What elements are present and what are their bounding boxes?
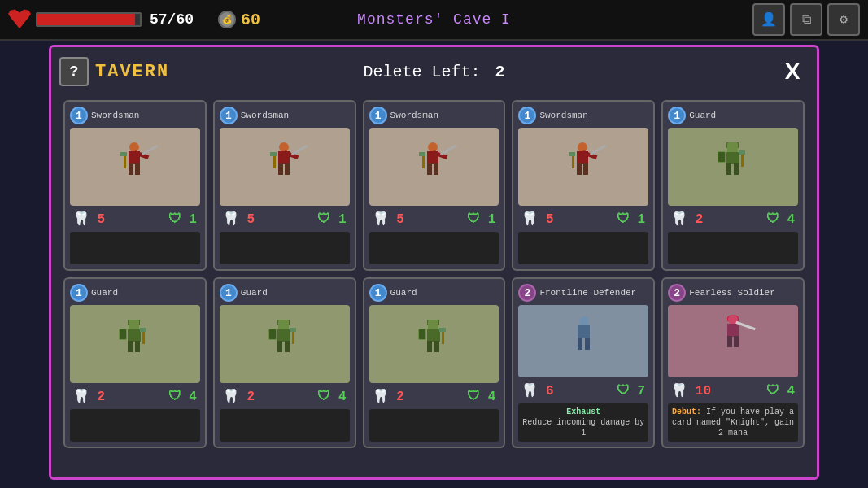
health-bar-container <box>36 12 142 27</box>
card-image <box>70 305 200 383</box>
card-attack: 🦷 6 <box>521 382 553 399</box>
card-4[interactable]: 1 Swordsman 🦷 5 🛡 1 <box>512 100 655 271</box>
tavern-title: TAVERN <box>95 62 169 82</box>
card-description: Exhaust Reduce incoming damage by 1 <box>518 403 648 442</box>
card-defense: 🛡 1 <box>317 211 346 227</box>
card-cost: 1 <box>70 107 88 124</box>
card-name: Swordsman <box>241 111 289 120</box>
card-defense: 🛡 4 <box>317 389 346 404</box>
card-image <box>518 305 648 377</box>
card-cost: 2 <box>668 284 686 302</box>
top-icons: 👤 ⧉ ⚙ <box>752 3 860 36</box>
card-cost: 1 <box>220 284 238 302</box>
card-10[interactable]: 2 Fearless Soldier 🦷 10 🛡 4 Debut: If yo… <box>661 277 805 448</box>
card-cost: 1 <box>70 284 88 302</box>
card-bottom-bar <box>220 409 350 442</box>
card-name: Guard <box>91 288 118 298</box>
card-image <box>668 305 798 377</box>
card-header: 2 Frontline Defender <box>518 284 648 302</box>
card-2[interactable]: 1 Swordsman 🦷 5 🛡 1 <box>213 100 356 271</box>
card-stats: 🦷 2 🛡 4 <box>369 386 499 406</box>
card-attack: 🦷 2 <box>373 388 404 404</box>
settings-button[interactable]: ⚙ <box>827 3 860 36</box>
card-cost: 1 <box>369 107 387 124</box>
card-5[interactable]: 1 Guard 🦷 2 🛡 4 <box>661 100 805 271</box>
card-defense: 🛡 4 <box>168 389 197 404</box>
delete-count: 2 <box>495 63 505 81</box>
card-stats: 🦷 5 🛡 1 <box>220 209 350 229</box>
card-attack: 🦷 5 <box>223 211 255 227</box>
card-image <box>668 128 798 206</box>
card-7[interactable]: 1 Guard 🦷 2 🛡 4 <box>213 277 356 448</box>
card-header: 1 Swordsman <box>518 107 648 124</box>
card-stats: 🦷 2 🛡 4 <box>668 209 798 229</box>
card-bottom-bar <box>220 232 350 264</box>
card-3[interactable]: 1 Swordsman 🦷 5 🛡 1 <box>363 100 506 271</box>
card-stats: 🦷 2 🛡 4 <box>70 386 200 406</box>
card-defense: 🛡 1 <box>168 211 197 227</box>
gold-icon: 💰 <box>218 11 236 28</box>
tavern-question-icon[interactable]: ? <box>59 57 89 86</box>
delete-left-label: Delete Left: 2 <box>363 63 504 81</box>
card-attack: 🦷 5 <box>73 211 105 227</box>
card-attack: 🦷 10 <box>671 382 711 399</box>
card-image <box>369 305 499 383</box>
card-cost: 2 <box>518 284 536 302</box>
card-stats: 🦷 6 🛡 7 <box>518 381 648 400</box>
card-bottom-bar <box>70 409 200 442</box>
card-attack: 🦷 5 <box>521 211 553 227</box>
card-image <box>518 128 648 206</box>
card-image <box>70 128 200 206</box>
card-cost: 1 <box>668 107 686 124</box>
tavern-header: ? TAVERN Delete Left: 2 X <box>59 55 809 88</box>
card-bottom-bar <box>518 232 648 264</box>
card-attack: 🦷 2 <box>671 211 703 227</box>
card-stats: 🦷 10 🛡 4 <box>668 381 798 400</box>
card-attack: 🦷 2 <box>73 388 105 404</box>
heart-icon <box>8 8 31 31</box>
card-name: Guard <box>689 111 716 120</box>
card-name: Guard <box>241 288 268 298</box>
close-button[interactable]: X <box>776 55 809 88</box>
card-name: Swordsman <box>91 111 139 120</box>
card-cost: 1 <box>518 107 536 124</box>
card-defense: 🛡 1 <box>617 211 645 227</box>
card-1[interactable]: 1 Swordsman 🦷 5 🛡 1 <box>63 100 207 271</box>
card-image <box>220 305 350 383</box>
card-defense: 🛡 4 <box>766 383 795 399</box>
card-name: Guard <box>390 288 417 298</box>
card-8[interactable]: 1 Guard 🦷 2 🛡 4 <box>363 277 506 448</box>
layers-button[interactable]: ⧉ <box>790 3 822 36</box>
health-text: 57/60 <box>150 11 194 28</box>
card-header: 1 Guard <box>70 284 200 302</box>
card-header: 1 Guard <box>220 284 350 302</box>
main-panel: ? TAVERN Delete Left: 2 X 1 Swordsman <box>49 45 819 480</box>
card-defense: 🛡 1 <box>467 211 495 227</box>
health-bar-fill <box>37 14 135 25</box>
gold-amount: 60 <box>241 11 260 29</box>
card-stats: 🦷 2 🛡 4 <box>220 386 350 406</box>
card-name: Swordsman <box>539 111 587 120</box>
gold-section: 💰 60 <box>218 11 260 29</box>
card-bottom-bar <box>369 232 499 264</box>
card-name: Fearless Soldier <box>689 288 775 298</box>
card-9[interactable]: 2 Frontline Defender 🦷 6 🛡 7 Exhaust Red… <box>512 277 655 448</box>
card-header: 1 Guard <box>369 284 499 302</box>
card-name: Frontline Defender <box>539 288 636 298</box>
cards-grid: 1 Swordsman 🦷 5 🛡 1 1 Swordsman <box>59 96 809 452</box>
card-defense: 🛡 7 <box>617 383 645 399</box>
character-button[interactable]: 👤 <box>752 3 785 36</box>
card-stats: 🦷 5 🛡 1 <box>70 209 200 229</box>
card-6[interactable]: 1 Guard 🦷 2 🛡 4 <box>63 277 207 448</box>
card-bottom-bar <box>369 409 499 442</box>
card-cost: 1 <box>369 284 387 302</box>
card-attack: 🦷 5 <box>373 211 404 227</box>
card-stats: 🦷 5 🛡 1 <box>369 209 499 229</box>
card-header: 2 Fearless Soldier <box>668 284 798 302</box>
card-header: 1 Swordsman <box>220 107 350 124</box>
card-image <box>220 128 350 206</box>
card-header: 1 Swordsman <box>369 107 499 124</box>
card-defense: 🛡 4 <box>467 389 495 404</box>
top-bar: 57/60 💰 60 Monsters' Cave I 👤 ⧉ ⚙ <box>0 0 868 41</box>
card-bottom-bar <box>668 232 798 264</box>
